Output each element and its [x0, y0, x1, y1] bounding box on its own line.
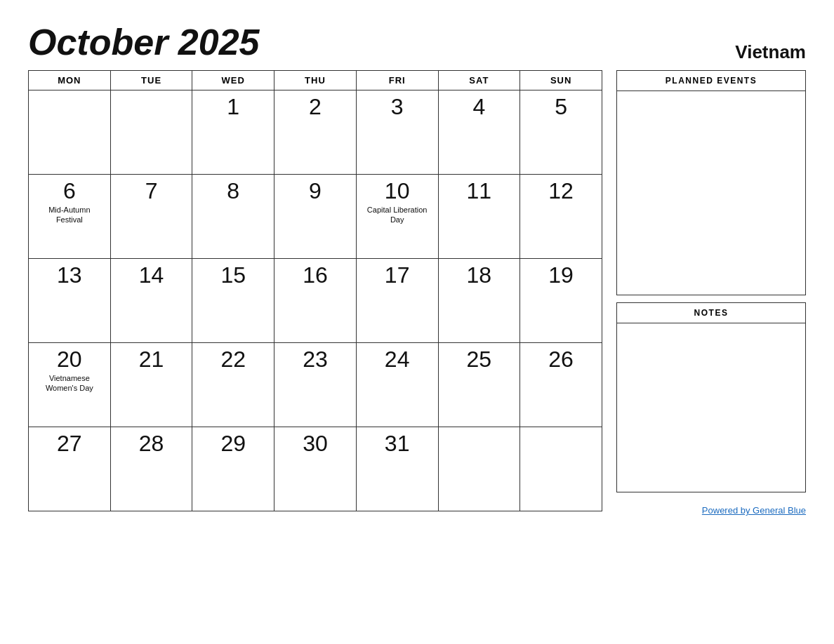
day-cell-inner: 15: [198, 263, 268, 288]
day-cell-inner: 9: [280, 179, 350, 203]
day-number: 19: [548, 263, 574, 288]
day-cell-inner: 4: [444, 95, 515, 119]
day-number: 20: [57, 347, 82, 372]
day-number: 17: [385, 263, 410, 288]
day-cell-inner: 10Capital Liberation Day: [362, 179, 432, 225]
day-cell-inner: 24: [362, 347, 432, 372]
calendar-cell: 30: [274, 427, 357, 511]
day-number: 24: [385, 347, 410, 372]
calendar-cell: 8: [192, 175, 274, 259]
header-thu: THU: [274, 71, 357, 90]
calendar-cell: 17: [356, 259, 438, 343]
month-title: October 2025: [28, 21, 260, 63]
day-number: 16: [303, 263, 328, 288]
header-tue: TUE: [110, 71, 192, 90]
day-cell-inner: 22: [198, 347, 268, 372]
calendar-cell: 20Vietnamese Women's Day: [29, 343, 111, 427]
day-number: 21: [139, 347, 164, 372]
day-number: 15: [220, 263, 246, 288]
day-number: 2: [309, 95, 322, 119]
sidebar: PLANNED EVENTS NOTES Powered by General …: [616, 70, 806, 516]
main-layout: MON TUE WED THU FRI SAT SUN 123456Mid-Au…: [28, 70, 806, 516]
day-cell-inner: 2: [280, 95, 350, 119]
day-number: 18: [467, 263, 492, 288]
calendar-cell: [29, 90, 111, 175]
day-number: 8: [227, 179, 239, 203]
day-cell-inner: 16: [280, 263, 350, 288]
day-cell-inner: 7: [117, 179, 187, 203]
day-cell-inner: 29: [198, 431, 268, 456]
calendar-cell: 16: [274, 259, 357, 343]
day-number: 26: [548, 347, 574, 372]
day-cell-inner: 26: [526, 347, 596, 372]
powered-by-link[interactable]: Powered by General Blue: [702, 505, 806, 516]
day-cell-inner: 8: [198, 179, 268, 203]
calendar-cell: 15: [192, 259, 274, 343]
calendar-week-2: 13141516171819: [29, 259, 602, 343]
calendar-cell: 13: [29, 259, 111, 343]
header-sun: SUN: [520, 71, 602, 90]
day-cell-inner: 20Vietnamese Women's Day: [34, 347, 105, 394]
calendar-cell: 10Capital Liberation Day: [356, 175, 438, 259]
calendar-cell: 23: [274, 343, 357, 427]
event-label: Vietnamese Women's Day: [34, 373, 105, 394]
notes-header: NOTES: [617, 303, 805, 323]
calendar-cell: 7: [110, 175, 192, 259]
notes-box: NOTES: [616, 302, 806, 492]
calendar-section: MON TUE WED THU FRI SAT SUN 123456Mid-Au…: [28, 70, 602, 516]
calendar-cell: 3: [356, 90, 438, 175]
page-header: October 2025 Vietnam: [28, 21, 806, 63]
day-number: 13: [57, 263, 82, 288]
day-number: 25: [467, 347, 492, 372]
calendar-table: MON TUE WED THU FRI SAT SUN 123456Mid-Au…: [28, 70, 602, 511]
calendar-cell: 6Mid-Autumn Festival: [29, 175, 111, 259]
calendar-cell: 21: [110, 343, 192, 427]
day-cell-inner: 11: [444, 179, 515, 203]
calendar-cell: 12: [520, 175, 602, 259]
weekday-header-row: MON TUE WED THU FRI SAT SUN: [29, 71, 602, 90]
day-number: 23: [303, 347, 328, 372]
day-cell-inner: 31: [362, 431, 432, 456]
planned-events-box: PLANNED EVENTS: [616, 70, 806, 295]
day-number: 1: [227, 95, 239, 119]
day-cell-inner: 21: [117, 347, 187, 372]
day-number: 11: [467, 179, 492, 203]
calendar-cell: 2: [274, 90, 357, 175]
day-cell-inner: 12: [526, 179, 596, 203]
day-cell-inner: 3: [362, 95, 432, 119]
country-title: Vietnam: [735, 41, 806, 63]
calendar-cell: 31: [356, 427, 438, 511]
calendar-cell: 14: [110, 259, 192, 343]
day-number: 27: [57, 431, 82, 456]
calendar-cell: 5: [520, 90, 602, 175]
calendar-cell: 25: [438, 343, 520, 427]
calendar-cell: [438, 427, 520, 511]
powered-by: Powered by General Blue: [616, 505, 806, 516]
day-cell-inner: 25: [444, 347, 515, 372]
event-label: Capital Liberation Day: [362, 205, 432, 225]
day-number: 31: [385, 431, 410, 456]
day-number: 5: [555, 95, 567, 119]
calendar-cell: 19: [520, 259, 602, 343]
day-number: 29: [220, 431, 246, 456]
header-sat: SAT: [438, 71, 520, 90]
calendar-week-4: 2728293031: [29, 427, 602, 511]
day-cell-inner: 23: [280, 347, 350, 372]
planned-events-header: PLANNED EVENTS: [617, 71, 805, 91]
planned-events-content: [617, 91, 805, 295]
header-wed: WED: [192, 71, 274, 90]
calendar-cell: 24: [356, 343, 438, 427]
calendar-cell: [520, 427, 602, 511]
day-number: 12: [548, 179, 574, 203]
day-cell-inner: 27: [34, 431, 105, 456]
day-cell-inner: 30: [280, 431, 350, 456]
day-cell-inner: 6Mid-Autumn Festival: [34, 179, 105, 225]
calendar-cell: 26: [520, 343, 602, 427]
calendar-cell: 9: [274, 175, 357, 259]
calendar-cell: 27: [29, 427, 111, 511]
day-cell-inner: 17: [362, 263, 432, 288]
day-cell-inner: 19: [526, 263, 596, 288]
calendar-cell: 29: [192, 427, 274, 511]
calendar-week-0: 12345: [29, 90, 602, 175]
calendar-cell: 18: [438, 259, 520, 343]
